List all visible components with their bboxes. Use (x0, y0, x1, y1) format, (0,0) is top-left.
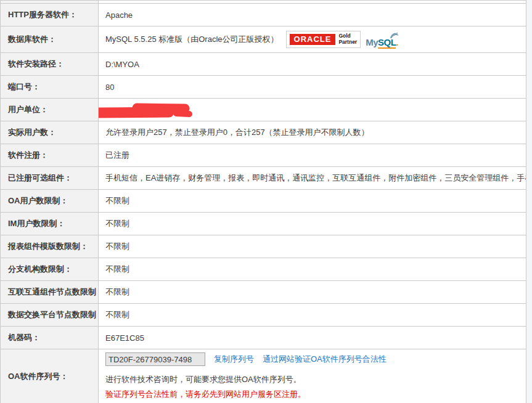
row-value: 不限制 (99, 281, 526, 304)
table-row-branch-limit: 分支机构数限制： 不限制 (1, 258, 526, 281)
row-value: 已注册 (99, 144, 526, 167)
row-label: 数据交换平台节点数限制： (1, 304, 99, 327)
table-row-port: 端口号： 80 (1, 76, 526, 99)
row-value: 不限制 (99, 235, 526, 258)
row-value: Apache (99, 4, 526, 26)
row-label: 用户单位： (1, 99, 99, 121)
serial-warning-text: 验证序列号合法性前，请务必先到网站用户服务区注册。 (105, 389, 526, 400)
row-value: 不限制 (99, 190, 526, 213)
row-value: 80 (99, 76, 526, 99)
row-label: IM用户数限制： (1, 213, 99, 235)
table-row-install-path: 软件安装路径： D:\MYOA (1, 53, 526, 76)
oracle-logo: ORACLE (290, 34, 336, 45)
oracle-gold-partner-badge: ORACLE Gold Partner (286, 31, 361, 48)
table-row-data-exchange-node-limit: 数据交换平台节点数限制： 不限制 (1, 304, 526, 327)
table-row-oa-user-limit: OA用户数限制： 不限制 (1, 190, 526, 213)
mysql-dolphin-icon (390, 31, 399, 41)
mysql-logo: MySQL. (366, 38, 398, 47)
row-label: 实际用户数： (1, 121, 99, 144)
system-info-table-wrap: HTTP服务器软件： Apache 数据库软件： MySQL 5.5.25 标准… (0, 0, 526, 403)
row-label: 互联互通组件节点数限制： (1, 281, 99, 304)
row-value: 允许登录用户257，禁止登录用户0，合计257（禁止登录用户不限制人数） (99, 121, 526, 144)
database-version-text: MySQL 5.5.25 标准版（由Oracle公司正版授权） (105, 34, 279, 45)
gold-partner-label: Gold Partner (338, 33, 357, 46)
table-row-registered-components: 已注册可选组件： 手机短信，EA进销存，财务管理，报表，即时通讯，通讯监控，互联… (1, 167, 526, 190)
row-label: 端口号： (1, 76, 99, 99)
table-row-machine-code: 机器码： E67E1C85 (1, 327, 526, 349)
partner-text: Partner (338, 39, 357, 46)
row-label: OA用户数限制： (1, 190, 99, 213)
row-value: 手机短信，EA进销存，财务管理，报表，即时通讯，通讯监控，互联互通组件，附件加密… (99, 167, 526, 190)
system-info-table: HTTP服务器软件： Apache 数据库软件： MySQL 5.5.25 标准… (0, 0, 526, 403)
table-row-registration: 软件注册： 已注册 (1, 144, 526, 167)
row-value: 不限制 (99, 304, 526, 327)
row-value: D:\MYOA (99, 53, 526, 76)
row-value: 不限制 (99, 213, 526, 235)
verify-serial-link[interactable]: 通过网站验证OA软件序列号合法性 (263, 354, 387, 365)
row-label: 软件安装路径： (1, 53, 99, 76)
redaction-scribble (99, 101, 198, 119)
table-row-database: 数据库软件： MySQL 5.5.25 标准版（由Oracle公司正版授权） O… (1, 26, 526, 53)
system-info-page: { "page": {"bg": "#f3f5f7"}, "colors": {… (0, 0, 532, 403)
serial-note-text: 进行软件技术咨询时，可能要求您提供OA软件序列号。 (105, 374, 526, 385)
row-value: E67E1C85 (99, 327, 526, 349)
row-label: 报表组件模版数限制： (1, 235, 99, 258)
row-value: MySQL 5.5.25 标准版（由Oracle公司正版授权） ORACLE G… (99, 26, 526, 53)
row-value: 不限制 (99, 258, 526, 281)
row-value-redacted (99, 99, 526, 121)
row-value-serial: 复制序列号 通过网站验证OA软件序列号合法性 进行软件技术咨询时，可能要求您提供… (99, 349, 526, 403)
row-label: 已注册可选组件： (1, 167, 99, 190)
table-row-report-template-limit: 报表组件模版数限制： 不限制 (1, 235, 526, 258)
mysql-my-text: My (366, 37, 378, 47)
table-row-user-org: 用户单位： (1, 99, 526, 121)
table-row-actual-users: 实际用户数： 允许登录用户257，禁止登录用户0，合计257（禁止登录用户不限制… (1, 121, 526, 144)
row-label: OA软件序列号： (1, 349, 99, 403)
row-label: 软件注册： (1, 144, 99, 167)
table-row-im-user-limit: IM用户数限制： 不限制 (1, 213, 526, 235)
table-row-serial-number: OA软件序列号： 复制序列号 通过网站验证OA软件序列号合法性 进行软件技术咨询… (1, 349, 526, 403)
row-label: 机器码： (1, 327, 99, 349)
row-label: HTTP服务器软件： (1, 4, 99, 26)
row-label: 数据库软件： (1, 26, 99, 53)
table-row-interconnect-node-limit: 互联互通组件节点数限制： 不限制 (1, 281, 526, 304)
serial-line: 复制序列号 通过网站验证OA软件序列号合法性 (105, 352, 526, 366)
table-row-http-server: HTTP服务器软件： Apache (1, 4, 526, 26)
serial-number-input[interactable] (105, 352, 205, 366)
row-label: 分支机构数限制： (1, 258, 99, 281)
copy-serial-link[interactable]: 复制序列号 (214, 354, 254, 365)
